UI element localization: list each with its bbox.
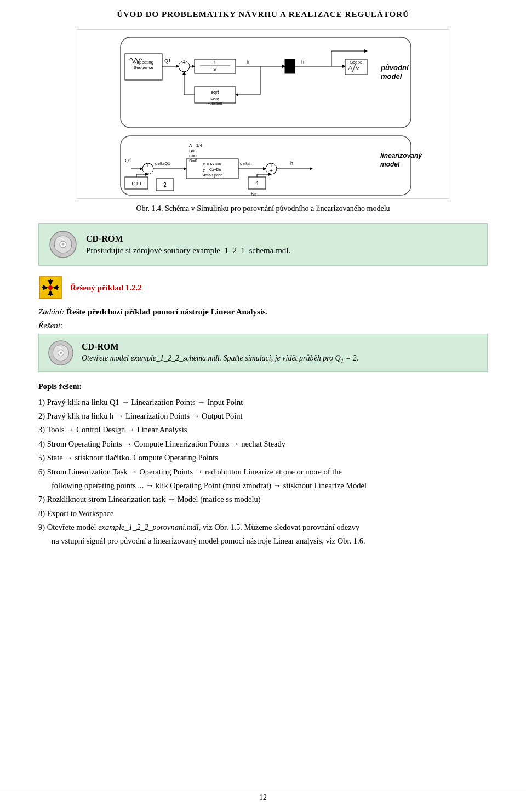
- svg-text:Q1: Q1: [164, 58, 171, 64]
- example-box: Řešený příklad 1.2.2: [38, 276, 488, 300]
- svg-text:linearizovaný: linearizovaný: [380, 152, 422, 159]
- svg-text:deltaQ1: deltaQ1: [155, 161, 171, 166]
- svg-text:Function: Function: [208, 101, 222, 105]
- svg-text:State-Space: State-Space: [202, 173, 223, 178]
- svg-text:Sequence: Sequence: [134, 65, 154, 70]
- svg-text:A=-1/4: A=-1/4: [189, 143, 202, 148]
- svg-rect-19: [285, 59, 295, 73]
- cdrom-inline-text: Otevřete model example_1_2_2_schema.mdl.…: [82, 354, 358, 364]
- svg-text:+: +: [182, 60, 186, 66]
- step-9: 9) Otevřete model example_1_2_2_porovnan…: [38, 521, 488, 548]
- cdrom2-text-span: Otevřete model example_1_2_2_schema.mdl.…: [82, 354, 341, 362]
- step-6: 6) Strom Linearization Task → Operating …: [38, 465, 488, 493]
- step-8: 8) Export to Workspace: [38, 507, 488, 521]
- cdrom-icon-2: [48, 340, 74, 366]
- svg-text:Q1: Q1: [125, 158, 132, 163]
- svg-text:model: model: [380, 161, 400, 168]
- svg-text:Repeating: Repeating: [134, 60, 153, 65]
- svg-text:h: h: [247, 59, 249, 65]
- cdrom-title-2: CD-ROM: [82, 342, 358, 352]
- svg-text:D=0: D=0: [189, 158, 197, 163]
- example-icon: [38, 276, 62, 300]
- svg-point-83: [60, 352, 62, 354]
- zadani-text: Řešte předchozí příklad pomocí nástroje …: [66, 307, 267, 316]
- cdrom-box-2: CD-ROM Otevřete model example_1_2_2_sche…: [38, 334, 488, 372]
- svg-text:_: _: [146, 169, 150, 174]
- step-9-filename: example_1_2_2_porovnani.mdl: [98, 523, 199, 531]
- diagram-container: původní model Repeating Sequence Q1 + _ …: [38, 29, 488, 199]
- zadani-section: Zadání: Řešte předchozí příklad pomocí n…: [38, 307, 488, 317]
- zadani-text-span: Řešte předchozí příklad pomocí nástroje …: [66, 307, 267, 316]
- popis-title: Popis řešení:: [38, 380, 488, 393]
- svg-text:y = Cx+Du: y = Cx+Du: [203, 168, 221, 172]
- reseni-label: Řešení:: [38, 321, 488, 330]
- step-9-cont: na vstupní signál pro původní a lineariz…: [52, 534, 488, 548]
- svg-text:h: h: [290, 161, 293, 166]
- cdrom-box-2-content: CD-ROM Otevřete model example_1_2_2_sche…: [82, 342, 358, 364]
- svg-text:Scope: Scope: [350, 60, 363, 65]
- svg-text:B=1: B=1: [189, 148, 197, 153]
- cdrom-text-1-span: Prostudujte si zdrojové soubory example_…: [86, 246, 290, 255]
- svg-text:s: s: [214, 66, 216, 72]
- svg-point-73: [62, 243, 65, 246]
- cdrom-box-1: CD-ROM Prostudujte si zdrojové soubory e…: [38, 223, 488, 266]
- svg-text:Math: Math: [210, 97, 219, 101]
- svg-text:h0: h0: [251, 192, 256, 197]
- page-footer: 12: [0, 791, 526, 802]
- cdrom-icon-1: [49, 230, 77, 259]
- svg-text:2: 2: [163, 182, 167, 188]
- step-3: 3) Tools → Control Design → Linear Analy…: [38, 423, 488, 437]
- step-5: 5) State → stisknout tlačítko. Compute O…: [38, 451, 488, 465]
- cdrom-text-1: Prostudujte si zdrojové soubory example_…: [86, 246, 290, 255]
- svg-text:+: +: [270, 168, 273, 174]
- cdrom-title-1: CD-ROM: [86, 234, 290, 244]
- cdrom2-text2-span: = 2.: [344, 354, 358, 362]
- cdrom-box-1-content: CD-ROM Prostudujte si zdrojové soubory e…: [86, 234, 290, 255]
- svg-text:_: _: [182, 66, 186, 71]
- svg-text:model: model: [381, 72, 402, 81]
- simulink-diagram: původní model Repeating Sequence Q1 + _ …: [77, 29, 449, 199]
- step-7: 7) Rozkliknout strom Linearization task …: [38, 493, 488, 506]
- page-header: ÚVOD DO PROBLEMATIKY NÁVRHU A REALIZACE …: [38, 10, 488, 19]
- popis-steps: 1) Pravý klik na linku Q1 → Linearizatio…: [38, 396, 488, 548]
- svg-text:deltah: deltah: [240, 161, 252, 166]
- diagram-caption: Obr. 1.4. Schéma v Simulinku pro porovná…: [38, 204, 488, 213]
- svg-text:+: +: [146, 162, 150, 168]
- svg-text:Q10: Q10: [132, 181, 141, 186]
- operating-points-text: Operating Points: [68, 439, 122, 448]
- svg-text:původní: původní: [380, 64, 409, 72]
- svg-text:4: 4: [255, 180, 259, 186]
- step-1: 1) Pravý klik na linku Q1 → Linearizatio…: [38, 396, 488, 409]
- popis-section: Popis řešení: 1) Pravý klik na linku Q1 …: [38, 380, 488, 548]
- header-title: ÚVOD DO PROBLEMATIKY NÁVRHU A REALIZACE …: [117, 10, 409, 19]
- zadani-label: Zadání:: [38, 307, 65, 316]
- page-number: 12: [259, 793, 267, 802]
- example-title: Řešený příklad 1.2.2: [70, 283, 142, 293]
- svg-point-79: [48, 285, 53, 290]
- caption-text: Obr. 1.4. Schéma v Simulinku pro porovná…: [136, 204, 390, 213]
- svg-text:h: h: [301, 59, 304, 65]
- svg-text:C=1: C=1: [189, 153, 197, 158]
- step-6-cont: following operating points ... → klik Op…: [52, 479, 488, 493]
- svg-text:sqrt: sqrt: [210, 89, 219, 95]
- step-4: 4) Strom Operating Points → Compute Line…: [38, 437, 488, 451]
- page: ÚVOD DO PROBLEMATIKY NÁVRHU A REALIZACE …: [0, 0, 526, 812]
- svg-text:x' = Ax+Bu: x' = Ax+Bu: [203, 162, 221, 166]
- svg-text:1: 1: [213, 60, 216, 65]
- reseni-label-span: Řešení:: [38, 321, 63, 330]
- step-2: 2) Pravý klik na linku h → Linearization…: [38, 409, 488, 423]
